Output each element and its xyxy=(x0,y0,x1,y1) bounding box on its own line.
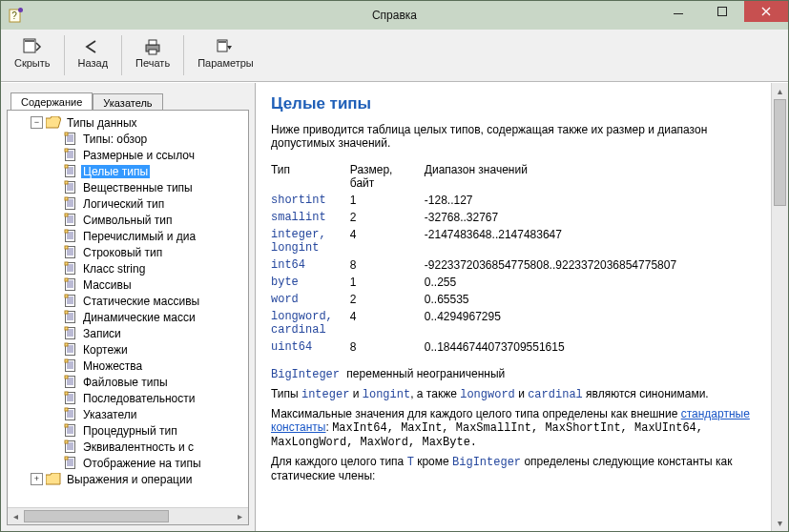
text: Для каждого целого типа xyxy=(271,455,407,468)
tree-item[interactable]: Размерные и ссылоч xyxy=(46,147,248,163)
window-controls xyxy=(656,1,788,22)
tree-item[interactable]: Процедурный тип xyxy=(46,422,248,439)
page-icon xyxy=(63,456,77,470)
table-row: uint6480..18446744073709551615 xyxy=(271,338,694,356)
hide-icon xyxy=(22,36,43,57)
tree-item[interactable]: Символьный тип xyxy=(46,212,248,228)
tree-item[interactable]: Указатели xyxy=(46,406,248,422)
cell-size: 1 xyxy=(350,274,425,291)
minimize-button[interactable] xyxy=(656,1,700,22)
page-icon xyxy=(63,196,77,211)
tree-item-label: Статические массивы xyxy=(81,295,201,308)
hide-nav-button[interactable]: Скрыть xyxy=(5,33,60,72)
text: Типы xyxy=(271,387,301,400)
scroll-thumb[interactable] xyxy=(24,510,169,522)
tree-item[interactable]: Статические массивы xyxy=(46,293,248,309)
tool-label: Параметры xyxy=(197,57,254,69)
nav-tabstrip: Содержание Указатель xyxy=(10,89,255,110)
tree-item[interactable]: Строковый тип xyxy=(46,244,248,260)
tree-item-label: Массивы xyxy=(81,278,134,292)
options-icon xyxy=(215,36,236,57)
page-icon xyxy=(63,407,77,421)
tree-item-label: Множества xyxy=(81,359,144,373)
cell-size: 8 xyxy=(350,256,425,274)
type-note: переменный неограниченный xyxy=(346,367,505,380)
tree-item-label: Символьный тип xyxy=(81,214,175,227)
table-row: int648-9223372036854775808..922337203685… xyxy=(271,256,694,274)
options-button[interactable]: Параметры xyxy=(188,33,263,72)
page-title: Целые типы xyxy=(271,94,756,113)
horizontal-scrollbar[interactable]: ◂ ▸ xyxy=(8,507,248,524)
cell-range: -9223372036854775808..922337203685477580… xyxy=(425,256,694,274)
cell-range: 0..65535 xyxy=(425,291,694,308)
tree-item-label: Файловые типы xyxy=(81,376,170,389)
separator xyxy=(183,35,184,75)
scroll-up-icon[interactable]: ▴ xyxy=(772,83,788,99)
toolbar: Скрыть Назад Печать Параметры xyxy=(1,30,788,82)
cell-type: longword,cardinal xyxy=(271,308,350,338)
tree-item[interactable]: Вещественные типы xyxy=(46,179,248,195)
maximize-button[interactable] xyxy=(700,1,744,22)
svg-rect-77 xyxy=(65,295,68,297)
toc-tree[interactable]: −Типы данныхТипы: обзорРазмерные и ссыло… xyxy=(8,111,248,508)
constants-list: MaxInt64, MaxInt, MaxSmallInt, MaxShortI… xyxy=(271,421,703,449)
tree-item[interactable]: Отображение на типы xyxy=(46,455,248,471)
close-button[interactable] xyxy=(744,1,788,22)
tree-item[interactable]: Эквивалентность и с xyxy=(46,439,248,455)
tree-item[interactable]: Множества xyxy=(46,358,248,374)
tree-item[interactable]: Перечислимый и диа xyxy=(46,228,248,244)
tree-item[interactable]: Записи xyxy=(46,325,248,341)
tree-item[interactable]: Логический тип xyxy=(46,195,248,212)
svg-rect-41 xyxy=(65,197,68,200)
tree-item[interactable]: Последовательности xyxy=(46,390,248,406)
tree-item[interactable]: Типы: обзор xyxy=(46,131,248,147)
scroll-right-icon[interactable]: ▸ xyxy=(232,508,248,524)
back-button[interactable]: Назад xyxy=(69,33,118,72)
svg-point-2 xyxy=(18,8,23,12)
tree-item-label: Строковый тип xyxy=(81,246,164,259)
tree-item[interactable]: Класс string xyxy=(46,260,248,276)
tree-item-label: Последовательности xyxy=(81,392,197,405)
print-button[interactable]: Печать xyxy=(126,33,179,72)
cell-range: -2147483648..2147483647 xyxy=(425,226,694,256)
cell-type: integer,longint xyxy=(271,226,350,256)
tree-item[interactable]: Динамические масси xyxy=(46,309,248,325)
page-icon xyxy=(63,310,77,324)
svg-rect-125 xyxy=(65,424,68,427)
tab-contents[interactable]: Содержание xyxy=(10,92,93,110)
tree-item-label: Вещественные типы xyxy=(81,181,195,194)
tree-toggle-icon[interactable]: + xyxy=(31,473,43,485)
page-icon xyxy=(63,132,77,146)
vertical-scrollbar[interactable]: ▴ ▾ xyxy=(771,83,788,531)
tree-toggle-icon[interactable]: − xyxy=(31,116,43,129)
svg-rect-4 xyxy=(718,8,727,16)
tab-index[interactable]: Указатель xyxy=(93,93,162,111)
tree-item[interactable]: Массивы xyxy=(46,276,248,293)
svg-rect-47 xyxy=(65,214,68,216)
cell-range: -128..127 xyxy=(425,192,694,209)
tree-folder-expressions[interactable]: +Выражения и операции xyxy=(27,471,248,487)
tree-item-label: Кортежи xyxy=(81,343,130,357)
tree-item-label: Записи xyxy=(81,327,123,340)
scroll-thumb[interactable] xyxy=(774,99,786,206)
type-name: BigInteger xyxy=(271,368,340,381)
table-row: byte10..255 xyxy=(271,274,694,291)
type-name: longword xyxy=(460,388,515,401)
tree-item[interactable]: Файловые типы xyxy=(46,374,248,390)
tree-item-label: Процедурный тип xyxy=(81,424,179,438)
tree-item[interactable]: Кортежи xyxy=(46,341,248,358)
tree-item[interactable]: Целые типы xyxy=(46,163,248,179)
table-row: smallint2-32768..32767 xyxy=(271,209,694,226)
tree-item-label: Указатели xyxy=(81,408,138,421)
help-icon: ? xyxy=(9,8,24,23)
col-size: Размер, байт xyxy=(350,161,425,192)
titlebar: ? Справка xyxy=(1,1,788,30)
tree-folder-types[interactable]: −Типы данных xyxy=(27,114,248,131)
text: , а также xyxy=(410,387,460,400)
cell-type: word xyxy=(271,291,350,308)
svg-rect-17 xyxy=(65,133,68,135)
scroll-down-icon[interactable]: ▾ xyxy=(772,515,788,531)
svg-rect-137 xyxy=(65,457,68,460)
page-icon xyxy=(63,440,77,454)
scroll-left-icon[interactable]: ◂ xyxy=(8,508,24,524)
